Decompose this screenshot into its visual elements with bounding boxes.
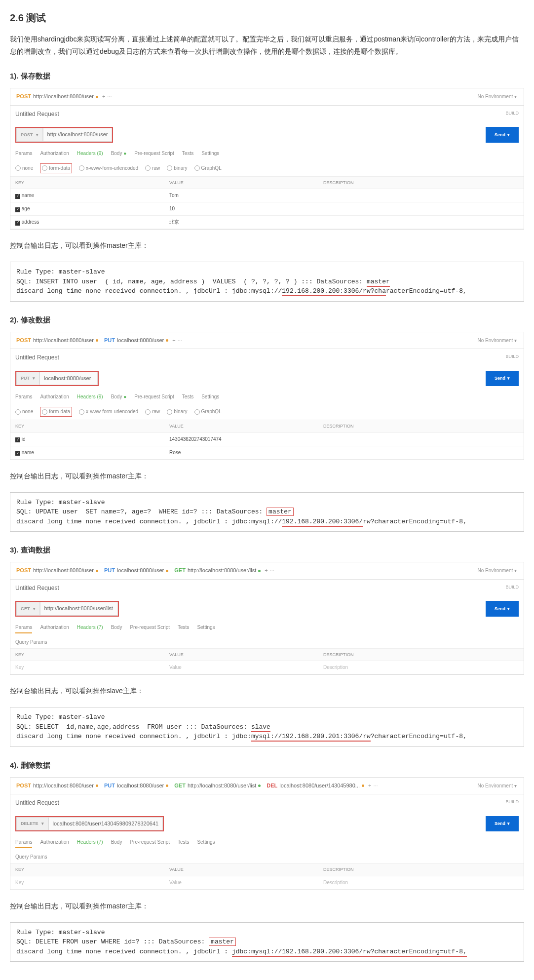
add-tab-button[interactable]: + [172, 336, 175, 345]
table-row[interactable]: KeyValueDescription [10, 661, 524, 674]
tab-post[interactable]: POSThttp://localhost:8080/user [14, 91, 100, 102]
request-title: Untitled Request [15, 110, 59, 119]
log-output-3: Rule Type: master-slave SQL: SELECT id,n… [10, 707, 524, 747]
table-row[interactable]: ✓ address北京 [10, 216, 524, 229]
log-output-2: Rule Type: master-slave SQL: UPDATE user… [10, 492, 524, 532]
radio-raw[interactable]: raw [145, 164, 160, 172]
method-select[interactable]: DELETE▾ [16, 817, 48, 831]
tab-post[interactable]: POSThttp://localhost:8080/user [14, 335, 100, 346]
dot-icon [96, 96, 98, 98]
send-button[interactable]: Send▾ [486, 127, 519, 143]
method-select[interactable]: POST▾ [16, 128, 43, 142]
environment-select[interactable]: No Environment ▾ [475, 92, 520, 102]
checkbox-icon[interactable]: ✓ [15, 194, 20, 199]
tab-put[interactable]: PUTlocalhost:8080/user [102, 335, 170, 346]
radio-graphql[interactable]: GraphQL [194, 164, 222, 172]
radio-formdata[interactable]: form-data [40, 163, 72, 173]
checkbox-icon[interactable]: ✓ [15, 207, 20, 212]
section4-title: 4). 删除数据 [10, 759, 524, 771]
environment-select[interactable]: No Environment ▾ [475, 336, 520, 346]
tab-body[interactable]: Body ● [111, 150, 127, 157]
url-input[interactable]: http://localhost:8080/user/list [40, 602, 118, 616]
log-caption-2: 控制台输出日志，可以看到操作master主库： [10, 470, 524, 482]
table-row[interactable]: ✓ nameRose [10, 446, 524, 459]
send-button[interactable]: Send▾ [486, 816, 519, 832]
radio-none[interactable]: none [15, 164, 33, 172]
tab-params[interactable]: Params [15, 150, 32, 157]
section1-title: 1). 保存数据 [10, 70, 524, 82]
postman-panel-1: POSThttp://localhost:8080/user +··· No E… [10, 88, 524, 230]
add-tab-button[interactable]: + [102, 92, 105, 101]
tab-headers[interactable]: Headers (9) [77, 150, 103, 157]
tab-bar: POSThttp://localhost:8080/user +··· No E… [10, 88, 524, 106]
table-row[interactable]: ✓ id1430436202743017474 [10, 432, 524, 446]
tab-auth[interactable]: Authorization [40, 150, 69, 157]
send-button[interactable]: Send▾ [486, 601, 519, 617]
params-table: KEYVALUEDESCRIPTION ✓ nameTom ✓ age10 ✓ … [10, 176, 524, 229]
table-row[interactable]: KeyValueDescription [10, 876, 524, 889]
log-output-4: Rule Type: master-slave SQL: DELETE FROM… [10, 922, 524, 962]
log-caption-3: 控制台输出日志，可以看到操作slave主库： [10, 685, 524, 697]
section2-title: 2). 修改数据 [10, 314, 524, 326]
log-caption-1: 控制台输出日志，可以看到操作master主库： [10, 239, 524, 252]
method-select[interactable]: PUT▾ [16, 372, 39, 386]
method-select[interactable]: GET▾ [16, 602, 40, 616]
query-params-label: Query Params [10, 636, 524, 648]
tab-prerequest[interactable]: Pre-request Script [134, 150, 174, 157]
log-output-1: Rule Type: master-slave SQL: INSERT INTO… [10, 262, 524, 302]
tab-tests[interactable]: Tests [182, 150, 193, 157]
postman-panel-2: POSThttp://localhost:8080/user PUTlocalh… [10, 332, 524, 460]
table-row[interactable]: ✓ nameTom [10, 189, 524, 202]
table-row[interactable]: ✓ age10 [10, 202, 524, 216]
radio-xwww[interactable]: x-www-form-urlencoded [79, 164, 138, 172]
send-button[interactable]: Send▾ [486, 371, 519, 387]
postman-panel-3: POSThttp://localhost:8080/user PUTlocalh… [10, 562, 524, 675]
url-input[interactable]: localhost:8080/user/1430459809278320641 [48, 817, 163, 831]
postman-panel-4: POSThttp://localhost:8080/user PUTlocalh… [10, 777, 524, 890]
checkbox-icon[interactable]: ✓ [15, 221, 20, 226]
url-input[interactable]: localhost:8080/user [39, 372, 98, 386]
intro-text: 我们使用shardingjdbc来实现读写分离，直接通过上述简单的配置就可以了。… [10, 33, 524, 58]
radio-binary[interactable]: binary [167, 164, 187, 172]
tab-settings[interactable]: Settings [201, 150, 219, 157]
url-input[interactable]: http://localhost:8080/user [43, 128, 113, 142]
section3-title: 3). 查询数据 [10, 544, 524, 556]
log-caption-4: 控制台输出日志，可以看到操作master主库： [10, 900, 524, 912]
page-title: 2.6 测试 [10, 10, 524, 26]
